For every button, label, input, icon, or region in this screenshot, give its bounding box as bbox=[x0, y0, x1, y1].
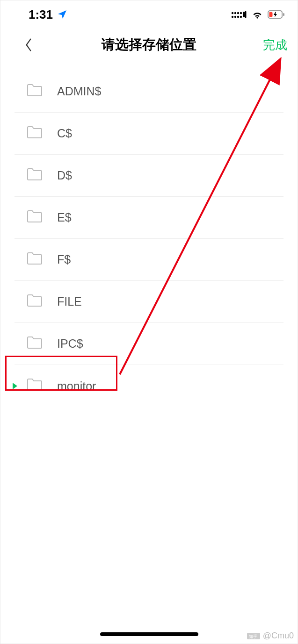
folder-icon bbox=[26, 209, 43, 226]
list-item[interactable]: FILE bbox=[15, 281, 283, 323]
svg-point-1 bbox=[234, 16, 236, 18]
nav-bar: 请选择存储位置 完成 bbox=[0, 29, 298, 61]
home-indicator bbox=[100, 632, 198, 636]
page-title: 请选择存储位置 bbox=[102, 36, 196, 54]
svg-point-4 bbox=[232, 12, 233, 14]
watermark-text: @Cmu0 bbox=[263, 631, 294, 641]
svg-point-5 bbox=[234, 12, 236, 14]
zhihu-logo-icon: 知乎 bbox=[247, 633, 260, 639]
list-item[interactable]: E$ bbox=[15, 197, 283, 239]
folder-label: F$ bbox=[57, 253, 71, 266]
folder-label: monitor bbox=[57, 379, 96, 393]
done-button[interactable]: 完成 bbox=[263, 37, 287, 53]
svg-point-2 bbox=[237, 16, 239, 18]
svg-point-0 bbox=[232, 16, 233, 18]
list-item[interactable]: C$ bbox=[15, 113, 283, 155]
dual-sim-signal-icon: ! bbox=[231, 11, 247, 18]
folder-icon bbox=[26, 336, 43, 352]
svg-point-6 bbox=[237, 12, 239, 14]
folder-label: C$ bbox=[57, 127, 72, 140]
folder-icon bbox=[26, 167, 43, 184]
svg-point-3 bbox=[240, 16, 242, 18]
folder-list: ADMIN$ C$ D$ E$ F$ FILE bbox=[0, 71, 298, 407]
svg-rect-12 bbox=[269, 12, 273, 17]
status-bar-left: 1:31 bbox=[29, 7, 68, 22]
svg-rect-11 bbox=[283, 13, 284, 16]
back-button[interactable] bbox=[19, 36, 38, 54]
folder-icon bbox=[26, 125, 43, 142]
folder-label: IPC$ bbox=[57, 337, 83, 351]
folder-label: D$ bbox=[57, 169, 72, 182]
battery-charging-low-icon bbox=[268, 10, 284, 19]
status-bar-right: ! bbox=[231, 10, 284, 19]
folder-icon bbox=[26, 83, 43, 100]
selected-marker-icon bbox=[13, 383, 17, 389]
watermark: 知乎 @Cmu0 bbox=[247, 631, 294, 641]
svg-text:知乎: 知乎 bbox=[249, 634, 257, 639]
folder-label: E$ bbox=[57, 211, 72, 224]
status-bar: 1:31 ! bbox=[0, 0, 298, 29]
folder-icon bbox=[26, 293, 43, 310]
folder-icon bbox=[26, 251, 43, 268]
folder-label: ADMIN$ bbox=[57, 85, 101, 98]
status-time: 1:31 bbox=[29, 7, 53, 22]
folder-label: FILE bbox=[57, 295, 82, 308]
list-item[interactable]: IPC$ bbox=[15, 323, 283, 365]
svg-point-7 bbox=[240, 12, 242, 14]
location-arrow-icon bbox=[57, 9, 68, 20]
list-item[interactable]: D$ bbox=[15, 155, 283, 197]
folder-icon bbox=[26, 378, 43, 394]
chevron-left-icon bbox=[24, 38, 33, 52]
wifi-icon bbox=[252, 10, 263, 19]
list-item[interactable]: monitor bbox=[15, 365, 283, 407]
list-item[interactable]: F$ bbox=[15, 239, 283, 281]
list-item[interactable]: ADMIN$ bbox=[15, 71, 283, 113]
svg-text:!: ! bbox=[244, 13, 246, 18]
